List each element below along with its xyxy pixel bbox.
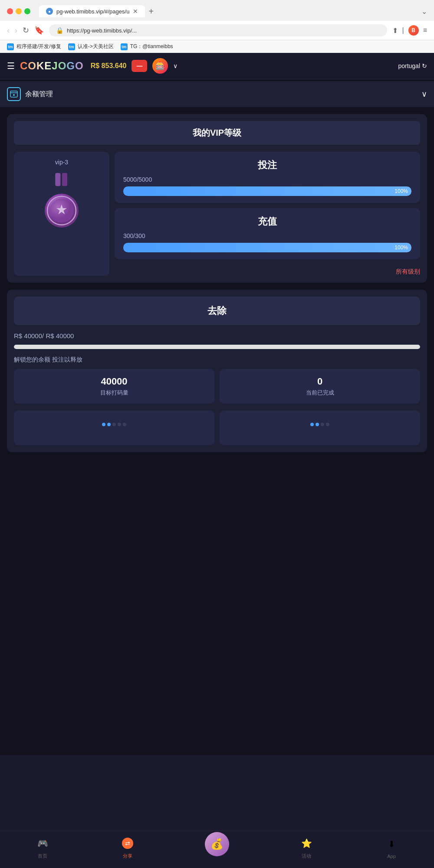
bookmark-item[interactable]: tm 程序搭建/开发/修复 bbox=[7, 43, 61, 50]
dot-inactive bbox=[326, 423, 329, 426]
recharge-progress-bar: 100% bbox=[123, 243, 411, 252]
bookmarks-bar: tm 程序搭建/开发/修复 tm 认准->天美社区 tm TG：@tianmei… bbox=[0, 40, 434, 53]
partial-dots-right bbox=[228, 423, 411, 426]
remove-amount: R$ 40000/ R$ 40000 bbox=[14, 332, 420, 339]
active-tab[interactable]: ● pg-web.timibbs.vip/#/pages/u ✕ bbox=[39, 5, 145, 17]
dot bbox=[316, 423, 319, 426]
address-bar[interactable]: 🔒 https://pg-web.timibbs.vip/... bbox=[49, 24, 387, 36]
menu-button[interactable]: ≡ bbox=[423, 26, 427, 34]
partial-card-right bbox=[220, 411, 420, 445]
partial-cards bbox=[14, 411, 420, 445]
brave-icon[interactable]: B bbox=[408, 25, 419, 36]
nav-item-app[interactable]: ⬇ App bbox=[384, 836, 399, 859]
tab-overflow-button[interactable]: ⌄ bbox=[421, 7, 427, 16]
language-display[interactable]: portugal ↻ bbox=[398, 62, 427, 69]
recharge-progress-fill: 100% bbox=[123, 243, 411, 252]
dot bbox=[310, 423, 314, 426]
current-done-value: 0 bbox=[227, 376, 413, 387]
traffic-lights bbox=[7, 8, 30, 14]
bookmark-favicon: tm bbox=[68, 43, 75, 50]
forward-button[interactable]: › bbox=[15, 26, 17, 35]
red-btn-icon: — bbox=[136, 62, 142, 69]
new-tab-button[interactable]: + bbox=[148, 7, 154, 16]
balance-management-icon bbox=[7, 87, 21, 101]
red-action-button[interactable]: — bbox=[132, 60, 147, 72]
unlock-text: 解锁您的余额 投注以释放 bbox=[14, 356, 420, 364]
nav-item-activity[interactable]: ⭐ 活动 bbox=[299, 835, 314, 859]
nav-label-share: 分享 bbox=[123, 853, 132, 859]
bottom-spacer bbox=[7, 459, 427, 503]
bookmark-favicon: tm bbox=[7, 43, 14, 50]
activity-icon: ⭐ bbox=[299, 835, 314, 851]
nav-actions: ⬆ | B ≡ bbox=[392, 25, 427, 36]
remove-button[interactable]: 去除 bbox=[14, 297, 420, 325]
recharge-values: 300/300 bbox=[123, 232, 411, 239]
bet-progress-label: 100% bbox=[395, 188, 408, 194]
hamburger-menu-icon[interactable]: ☰ bbox=[7, 61, 15, 71]
bet-progress-bar: 100% bbox=[123, 186, 411, 196]
bet-title: 投注 bbox=[123, 159, 411, 172]
balance-management-header[interactable]: 余额管理 ∨ bbox=[0, 81, 434, 107]
close-window-button[interactable] bbox=[7, 8, 13, 14]
nav-label-home: 首页 bbox=[38, 853, 47, 859]
partial-card-left bbox=[14, 411, 214, 445]
share-button[interactable]: ⬆ bbox=[392, 26, 398, 35]
bookmark-item[interactable]: tm TG：@tianmeibbs bbox=[121, 43, 173, 50]
recharge-progress-label: 100% bbox=[395, 245, 408, 251]
nav-item-share[interactable]: ⇄ 分享 bbox=[120, 835, 135, 859]
app-header: ☰ COKEJOGO R$ 853.640 — 🎰 ∨ portugal ↻ bbox=[0, 53, 434, 79]
home-icon: 🎮 bbox=[35, 835, 50, 851]
vip-title-bar: 我的VIP等级 bbox=[14, 121, 420, 145]
dot-inactive bbox=[123, 423, 126, 426]
share-icon: ⇄ bbox=[120, 835, 135, 851]
current-done-card: 0 当前已完成 bbox=[220, 369, 420, 404]
bookmark-label: 程序搭建/开发/修复 bbox=[16, 43, 61, 50]
language-text: portugal bbox=[398, 62, 420, 69]
nav-item-home[interactable]: 🎮 首页 bbox=[35, 835, 50, 859]
vip-medal: ★ bbox=[31, 171, 92, 232]
bookmark-label: TG：@tianmeibbs bbox=[130, 43, 173, 50]
vip-section-title: 我的VIP等级 bbox=[193, 128, 241, 137]
vip-section: 我的VIP等级 vip-3 bbox=[7, 114, 427, 283]
game-avatar[interactable]: 🎰 bbox=[152, 58, 168, 74]
recharge-title: 充值 bbox=[123, 215, 411, 228]
center-action-button[interactable]: 💰 bbox=[205, 832, 229, 856]
tab-favicon: ● bbox=[46, 8, 53, 15]
bookmark-favicon: tm bbox=[121, 43, 128, 50]
tab-close-button[interactable]: ✕ bbox=[133, 8, 138, 15]
bet-values: 5000/5000 bbox=[123, 176, 411, 183]
bet-progress-fill: 100% bbox=[123, 186, 411, 196]
balance-display: R$ 853.640 bbox=[91, 62, 127, 70]
dot-inactive bbox=[321, 423, 324, 426]
tab-url: pg-web.timibbs.vip/#/pages/u bbox=[56, 8, 129, 15]
url-text: https://pg-web.timibbs.vip/... bbox=[67, 27, 137, 34]
browser-chrome: ● pg-web.timibbs.vip/#/pages/u ✕ + ⌄ ‹ ›… bbox=[0, 0, 434, 53]
svg-rect-4 bbox=[62, 173, 67, 186]
target-code-label: 目标打码量 bbox=[21, 389, 207, 397]
balance-management-title: 余额管理 bbox=[25, 90, 53, 99]
chevron-down-icon[interactable]: ∨ bbox=[421, 89, 427, 99]
svg-rect-3 bbox=[55, 173, 60, 186]
maximize-window-button[interactable] bbox=[24, 8, 30, 14]
bookmark-button[interactable]: 🔖 bbox=[34, 26, 44, 35]
separator: | bbox=[402, 26, 404, 34]
bookmark-item[interactable]: tm 认准->天美社区 bbox=[68, 43, 114, 50]
vip-level-text: vip-3 bbox=[55, 159, 68, 166]
back-button[interactable]: ‹ bbox=[7, 26, 10, 35]
nav-label-activity: 活动 bbox=[302, 853, 311, 859]
tab-bar: ● pg-web.timibbs.vip/#/pages/u ✕ + bbox=[39, 5, 418, 17]
target-code-card: 40000 目标打码量 bbox=[14, 369, 214, 404]
money-bag-icon: 💰 bbox=[210, 838, 224, 850]
all-levels-link[interactable]: 所有级别 bbox=[115, 268, 420, 276]
main-content: 我的VIP等级 vip-3 bbox=[0, 107, 434, 509]
reload-button[interactable]: ↻ bbox=[23, 26, 29, 35]
section-header-left: 余额管理 bbox=[7, 87, 53, 101]
recharge-stat-card: 充值 300/300 100% bbox=[115, 208, 420, 259]
vip-badge-card: vip-3 ★ bbox=[14, 152, 109, 276]
dot bbox=[107, 423, 111, 426]
dot-inactive bbox=[118, 423, 121, 426]
dropdown-arrow-icon[interactable]: ∨ bbox=[173, 62, 178, 69]
svg-text:★: ★ bbox=[56, 202, 68, 217]
nav-item-center[interactable]: 💰 bbox=[205, 839, 229, 856]
minimize-window-button[interactable] bbox=[16, 8, 22, 14]
